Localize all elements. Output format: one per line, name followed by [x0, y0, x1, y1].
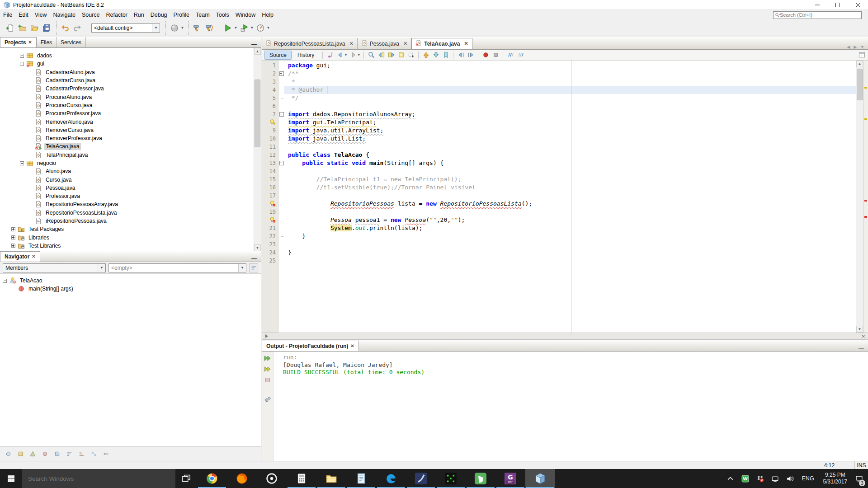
editor-tab-pessoa-java[interactable]: Pessoa.java✕	[358, 38, 412, 49]
editor-tab-telaacao-java[interactable]: TelaAcao.java✕	[411, 38, 472, 49]
scroll-down-icon[interactable]: ▼	[254, 244, 261, 251]
redo-button[interactable]	[71, 22, 83, 34]
code-line[interactable]: 22 }	[262, 232, 856, 240]
scroll-tabs-left-icon[interactable]: ◀	[847, 45, 850, 49]
tree-item-cadastrarprofessor-java[interactable]: CadastrarProfessor.java	[0, 84, 254, 93]
bulb-warning-icon[interactable]	[269, 119, 276, 126]
menu-navigate[interactable]: Navigate	[50, 10, 79, 19]
close-button[interactable]	[848, 0, 868, 9]
tree-item-libraries[interactable]: Libraries	[0, 234, 254, 242]
code-line[interactable]: 11	[262, 143, 856, 151]
tree-item-aluno-java[interactable]: Aluno.java	[0, 167, 254, 175]
next-bookmark-button[interactable]	[431, 51, 441, 60]
menu-tools[interactable]: Tools	[213, 10, 232, 19]
tab-output[interactable]: Output - ProjetoFaculdade (run)✕	[262, 341, 359, 351]
menu-team[interactable]: Team	[193, 10, 213, 19]
taskbar-app-gom-pdf[interactable]: GPDF	[495, 469, 525, 488]
show-public-members-button[interactable]	[40, 450, 49, 459]
config-dropdown[interactable]: <default config>▼	[91, 23, 160, 33]
rerun-alt-button[interactable]	[263, 365, 272, 373]
rect-selection-button[interactable]	[406, 51, 416, 60]
error-mark[interactable]	[864, 216, 867, 218]
code-line[interactable]: import gui.TelaPrincipal;	[262, 118, 856, 127]
error-stripe[interactable]	[863, 61, 868, 333]
code-line[interactable]: 2/**	[262, 70, 856, 78]
close-icon[interactable]: ✕	[862, 334, 865, 339]
menu-debug[interactable]: Debug	[147, 10, 170, 19]
tree-item-pessoa-java[interactable]: Pessoa.java	[0, 184, 254, 192]
code-line[interactable]: 7import dados.RepositorioAlunosArray;	[262, 110, 856, 118]
split-editor-button[interactable]	[858, 51, 868, 60]
menu-view[interactable]: View	[32, 10, 50, 19]
scroll-tabs-right-icon[interactable]: ▶	[854, 45, 857, 49]
language-indicator[interactable]: ENG	[798, 475, 818, 482]
minimize-button[interactable]	[807, 0, 827, 9]
minimize-panel-button[interactable]: —	[247, 255, 261, 262]
stop-build-button[interactable]	[263, 375, 272, 384]
fold-collapse-icon[interactable]	[278, 70, 284, 78]
filter-submenu-button[interactable]	[101, 450, 110, 459]
task-view-button[interactable]	[175, 469, 197, 488]
minimize-output-button[interactable]: —	[854, 345, 868, 351]
tree-item-removercurso-java[interactable]: RemoverCurso.java	[0, 126, 254, 134]
code-line[interactable]: 14	[262, 167, 856, 175]
taskbar-app-notepad[interactable]	[346, 469, 376, 488]
ide-search-input[interactable]	[780, 12, 860, 18]
volume-tray-icon[interactable]	[783, 469, 797, 488]
show-inherited-members-button[interactable]	[4, 450, 13, 459]
show-non-public-members-button[interactable]	[52, 450, 61, 459]
tree-item-procurarcurso-java[interactable]: ProcurarCurso.java	[0, 101, 254, 109]
scroll-up-icon[interactable]: ▲	[254, 48, 261, 55]
start-button[interactable]	[0, 469, 22, 488]
code-line[interactable]: 1package gui;	[262, 61, 856, 70]
uncomment-button[interactable]	[515, 51, 525, 60]
code-line[interactable]: 16 //t1.setVisible(true);//Tornar Painel…	[262, 183, 856, 192]
sort-by-source-button[interactable]	[77, 450, 86, 459]
next-occurrence-button[interactable]	[386, 51, 396, 60]
new-project-button[interactable]	[16, 22, 28, 34]
code-line[interactable]: 4 * @author	[262, 86, 856, 94]
ant-settings-button[interactable]	[263, 395, 272, 404]
debug-button[interactable]	[238, 22, 250, 34]
new-file-button[interactable]	[4, 22, 16, 34]
close-icon[interactable]: ✕	[349, 41, 353, 47]
scroll-down-icon[interactable]: ▼	[856, 326, 863, 333]
prev-occurrence-button[interactable]	[376, 51, 386, 60]
menu-file[interactable]: File	[0, 10, 15, 19]
menu-edit[interactable]: Edit	[15, 10, 32, 19]
expand-icon[interactable]	[11, 244, 15, 248]
show-static-members-button[interactable]	[28, 450, 37, 459]
code-line[interactable]: 10import java.util.List;	[262, 135, 856, 143]
bulb-error-icon[interactable]	[269, 200, 276, 207]
tray-chevron-button[interactable]	[723, 469, 737, 488]
tree-item-main-string-args[interactable]: main(String[] args)	[0, 285, 261, 293]
navigator-sort-button[interactable]	[249, 263, 258, 272]
tab-list-icon[interactable]: ▼	[860, 45, 864, 49]
taskbar-app-chrome[interactable]	[197, 469, 227, 488]
code-line[interactable]: 21 System.out.println(lista);	[262, 224, 856, 232]
taskbar-app-visual-studio[interactable]	[406, 469, 436, 488]
code-line[interactable]: 5 */	[262, 94, 856, 102]
profile-button[interactable]	[254, 22, 266, 34]
close-icon[interactable]: ✕	[32, 254, 35, 259]
taskbar-app-edge[interactable]	[376, 469, 406, 488]
taskbar-app-evernote[interactable]	[466, 469, 495, 488]
close-icon[interactable]: ✕	[28, 40, 32, 45]
expand-icon[interactable]	[20, 54, 24, 58]
undo-button[interactable]	[59, 22, 71, 34]
shift-left-button[interactable]	[456, 51, 466, 60]
sort-by-name-button[interactable]	[65, 450, 74, 459]
menu-profile[interactable]: Profile	[170, 10, 193, 19]
warning-mark[interactable]	[864, 87, 867, 89]
tree-item-removeraluno-java[interactable]: RemoverAluno.java	[0, 117, 254, 126]
comment-button[interactable]	[505, 51, 515, 60]
tree-item-repositoriopessoasarray-java[interactable]: RepositorioPessoasArray.java	[0, 200, 254, 208]
expand-all-button[interactable]	[89, 450, 98, 459]
dropbox-tray-icon[interactable]	[753, 469, 767, 488]
projects-scrollbar[interactable]: ▲ ▼	[254, 48, 261, 251]
code-line[interactable]: Pessoa pessoa1 = new Pessoa("",20,"");	[262, 216, 856, 224]
chevron-down-icon[interactable]: ▼	[180, 26, 184, 30]
tree-item-repositoriopessoaslista-java[interactable]: RepositorioPessoasLista.java	[0, 209, 254, 217]
find-button[interactable]	[366, 51, 376, 60]
fold-collapse-icon[interactable]	[278, 159, 284, 167]
